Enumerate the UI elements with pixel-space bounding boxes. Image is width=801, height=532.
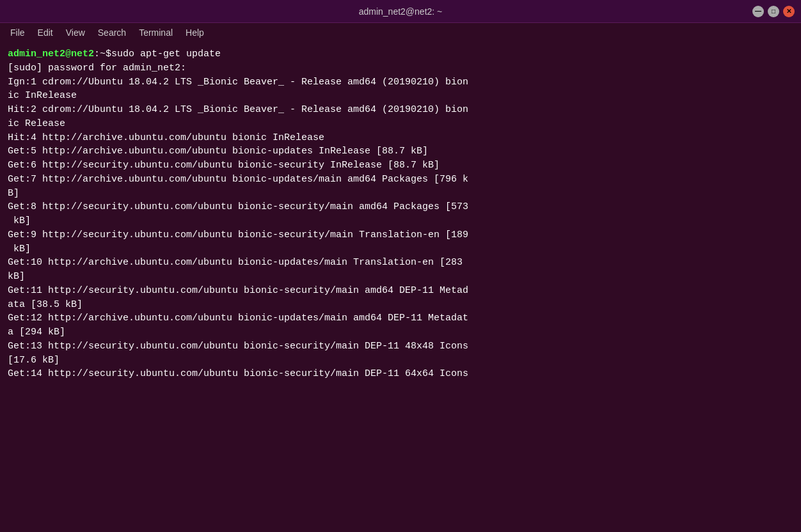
minimize-button[interactable]: — (752, 6, 764, 17)
terminal-line: ata [38.5 kB] (8, 298, 793, 312)
terminal-line: [17.6 kB] (8, 354, 793, 368)
terminal-line: Get:10 http://archive.ubuntu.com/ubuntu … (8, 256, 793, 270)
terminal-line: Hit:2 cdrom://Ubuntu 18.04.2 LTS _Bionic… (8, 103, 793, 117)
terminal-line: [sudo] password for admin_net2: (8, 61, 793, 75)
title-bar: admin_net2@net2: ~ — □ ✕ (0, 0, 801, 23)
terminal-body[interactable]: admin_net2@net2:~$ sudo apt-get update [… (0, 42, 801, 532)
menu-view[interactable]: View (61, 25, 90, 40)
menu-edit[interactable]: Edit (33, 25, 58, 40)
window-controls: — □ ✕ (752, 6, 795, 17)
terminal-line: a [294 kB] (8, 325, 793, 340)
terminal-line: kB] (8, 242, 793, 256)
terminal-line: ic InRelease (8, 89, 793, 103)
terminal-output: [sudo] password for admin_net2:Ign:1 cdr… (8, 61, 793, 381)
command-line: admin_net2@net2:~$ sudo apt-get update (8, 47, 793, 61)
terminal-line: kB] (8, 214, 793, 228)
terminal-line: Ign:1 cdrom://Ubuntu 18.04.2 LTS _Bionic… (8, 75, 793, 90)
prompt-separator: :~$ (94, 47, 111, 61)
menu-bar: File Edit View Search Terminal Help (0, 23, 801, 42)
maximize-button[interactable]: □ (768, 6, 779, 17)
terminal-line: Get:12 http://archive.ubuntu.com/ubuntu … (8, 311, 793, 325)
terminal-line: B] (8, 187, 793, 201)
terminal-line: kB] (8, 270, 793, 284)
menu-terminal[interactable]: Terminal (134, 25, 178, 40)
terminal-line: Get:5 http://archive.ubuntu.com/ubuntu b… (8, 145, 793, 159)
close-button[interactable]: ✕ (783, 6, 795, 17)
menu-help[interactable]: Help (180, 25, 209, 40)
terminal-line: Hit:4 http://archive.ubuntu.com/ubuntu b… (8, 131, 793, 145)
terminal-line: Get:9 http://security.ubuntu.com/ubuntu … (8, 228, 793, 242)
title-bar-text: admin_net2@net2: ~ (359, 6, 443, 17)
menu-file[interactable]: File (5, 25, 30, 40)
terminal-line: Get:6 http://security.ubuntu.com/ubuntu … (8, 159, 793, 173)
terminal-line: Get:8 http://security.ubuntu.com/ubuntu … (8, 200, 793, 214)
terminal-line: Get:7 http://archive.ubuntu.com/ubuntu b… (8, 173, 793, 187)
prompt-command: sudo apt-get update (111, 47, 221, 61)
terminal-line: Get:14 http://security.ubuntu.com/ubuntu… (8, 367, 793, 381)
prompt-user: admin_net2@net2 (8, 47, 94, 61)
terminal-line: Get:13 http://security.ubuntu.com/ubuntu… (8, 340, 793, 354)
terminal-window: admin_net2@net2: ~ — □ ✕ File Edit View … (0, 0, 801, 532)
terminal-line: Get:11 http://security.ubuntu.com/ubuntu… (8, 284, 793, 298)
menu-search[interactable]: Search (93, 25, 131, 40)
terminal-line: ic Release (8, 117, 793, 131)
